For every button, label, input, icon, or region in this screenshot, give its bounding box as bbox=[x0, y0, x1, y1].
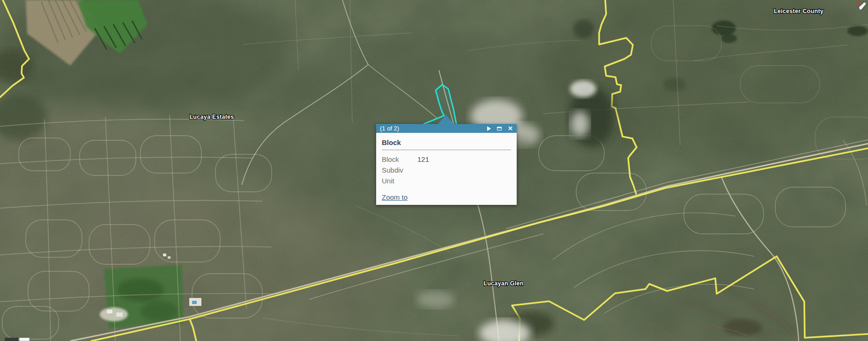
maximize-button[interactable] bbox=[497, 127, 502, 131]
field-row-subdiv: Subdiv bbox=[382, 165, 511, 175]
field-row-unit: Unit bbox=[382, 175, 511, 186]
place-label-lucayan-glen: Lucayan Glen bbox=[483, 280, 524, 287]
popup-header: (1 of 2) ✕ bbox=[376, 124, 517, 133]
close-button[interactable]: ✕ bbox=[508, 125, 513, 131]
popup-anchor-arrow bbox=[438, 115, 454, 124]
map-application: Lucaya Estates Lucayan Glen Leicester Co… bbox=[0, 0, 868, 341]
field-value bbox=[412, 165, 417, 175]
place-label-lucaya-estates: Lucaya Estates bbox=[189, 114, 234, 120]
popup-title: Block bbox=[382, 136, 511, 150]
zoom-to-link[interactable]: Zoom to bbox=[382, 193, 408, 201]
popup-pagination-label: (1 of 2) bbox=[380, 124, 399, 133]
field-label: Subdiv bbox=[382, 165, 412, 175]
next-feature-button[interactable] bbox=[487, 126, 491, 131]
field-row-block: Block 121 bbox=[382, 154, 511, 165]
field-value: 121 bbox=[412, 154, 429, 165]
play-arrow-icon bbox=[487, 126, 491, 131]
popup-divider bbox=[382, 150, 511, 150]
place-label-leicester-county: Leicester County bbox=[774, 8, 823, 15]
field-label: Block bbox=[382, 154, 412, 165]
feature-popup: (1 of 2) ✕ Block Block 121 Subdiv Unit bbox=[376, 124, 517, 205]
maximize-icon bbox=[497, 127, 502, 131]
scale-bar bbox=[5, 338, 30, 341]
field-label: Unit bbox=[382, 175, 412, 186]
close-icon: ✕ bbox=[508, 125, 513, 131]
field-value bbox=[412, 175, 417, 186]
popup-body: Block Block 121 Subdiv Unit Zoom to bbox=[376, 133, 517, 205]
